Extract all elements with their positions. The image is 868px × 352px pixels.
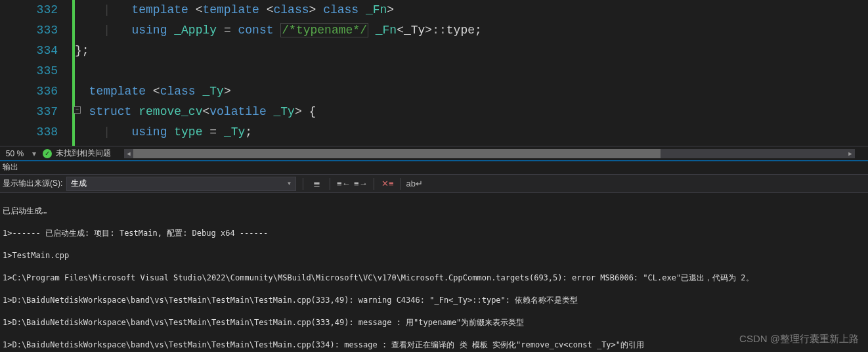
code-line: | template <template <class> class _Fn> — [75, 0, 868, 20]
line-number-gutter: 332 333 334 335 336 337 338 — [0, 0, 72, 146]
code-line — [75, 61, 868, 81]
output-source-label: 显示输出来源(S): — [3, 178, 62, 189]
check-icon: ✓ — [43, 149, 52, 158]
output-toolbar: 显示输出来源(S): 生成 ▼ ≣ ≡← ≡→ ✕≡ ab↵ — [0, 175, 868, 193]
word-wrap-icon[interactable]: ab↵ — [408, 177, 421, 190]
scroll-left-icon[interactable]: ◄ — [124, 149, 133, 158]
output-panel-title: 输出 — [0, 162, 868, 175]
collapse-toggle-icon[interactable]: − — [74, 106, 81, 114]
code-body[interactable]: | template <template <class> class _Fn> … — [75, 0, 868, 146]
line-number: 337 — [0, 102, 58, 122]
output-line: 1>D:\BaiduNetdiskWorkspace\band\vs\TestM… — [3, 295, 865, 306]
watermark: CSDN @整理行囊重新上路 — [739, 333, 859, 345]
output-line: 1>D:\BaiduNetdiskWorkspace\band\vs\TestM… — [3, 317, 865, 328]
line-number: 332 — [0, 0, 58, 20]
scroll-right-icon[interactable]: ► — [846, 149, 855, 158]
code-editor[interactable]: 332 333 334 335 336 337 338 | template <… — [0, 0, 868, 146]
output-text[interactable]: 已启动生成… 1>------ 已启动生成: 项目: TestMain, 配置:… — [0, 193, 868, 352]
line-number: 333 — [0, 20, 58, 41]
output-line: 1>D:\BaiduNetdiskWorkspace\band\vs\TestM… — [3, 340, 865, 351]
prev-message-icon[interactable]: ≡← — [337, 177, 350, 190]
clear-all-icon[interactable]: ✕≡ — [381, 177, 394, 190]
output-line: 1>C:\Program Files\Microsoft Visual Stud… — [3, 273, 865, 284]
code-line: template <class _Ty> — [75, 81, 868, 102]
no-issues-label: 未找到相关问题 — [56, 148, 111, 159]
line-number: 334 — [0, 41, 58, 61]
output-line: 1>------ 已启动生成: 项目: TestMain, 配置: Debug … — [3, 228, 865, 239]
zoom-dropdown-icon[interactable]: ▾ — [30, 149, 39, 158]
line-number: 338 — [0, 122, 58, 143]
output-source-value: 生成 — [71, 178, 87, 189]
next-message-icon[interactable]: ≡→ — [354, 177, 367, 190]
chevron-down-icon: ▼ — [286, 181, 292, 187]
find-message-icon[interactable]: ≣ — [310, 177, 323, 190]
code-line: − struct remove_cv<volatile _Ty> { — [75, 102, 868, 122]
line-number: 335 — [0, 61, 58, 81]
output-line: 1>TestMain.cpp — [3, 250, 865, 261]
code-line: }; — [75, 41, 868, 61]
horizontal-scrollbar[interactable]: ◄ ► — [124, 149, 855, 158]
output-line: 已启动生成… — [3, 206, 865, 217]
code-line: | using _Apply = const /*typename*/ _Fn<… — [75, 20, 868, 41]
editor-status-bar: 50 % ▾ ✓ 未找到相关问题 ◄ ► — [0, 146, 868, 160]
zoom-level[interactable]: 50 % — [0, 149, 30, 158]
line-number: 336 — [0, 81, 58, 102]
scrollbar-thumb[interactable] — [133, 149, 661, 158]
code-line: | using type = _Ty; — [75, 122, 868, 143]
output-source-select[interactable]: 生成 ▼ — [66, 177, 296, 191]
